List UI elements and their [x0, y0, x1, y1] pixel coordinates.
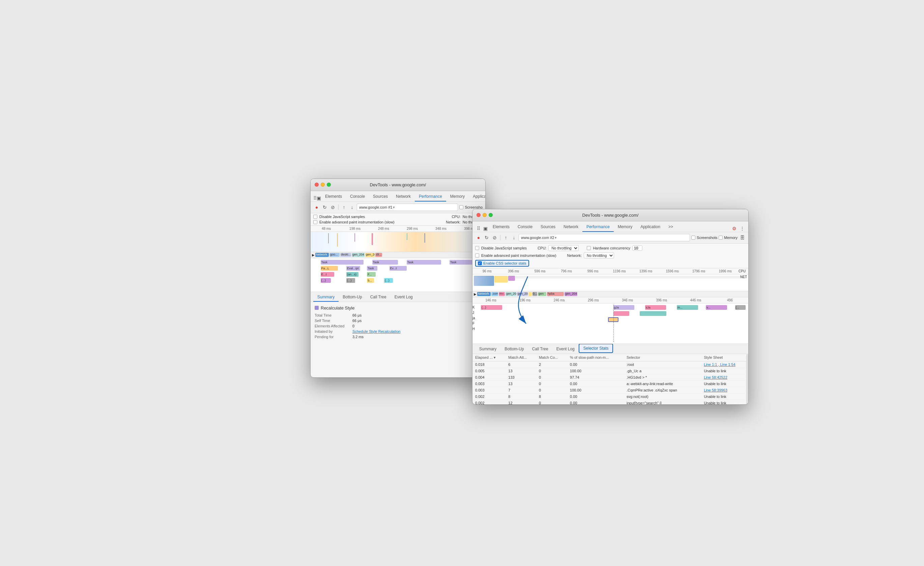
tab-bottom-up-1[interactable]: Bottom-Up: [339, 293, 366, 302]
screenshot-checkbox-1[interactable]: [459, 205, 464, 209]
tab-bottom-up-2[interactable]: Bottom-Up: [501, 345, 528, 354]
table-row[interactable]: 0.0031300.00a:-webkit-any-link:read-writ…: [472, 380, 748, 387]
minimize-button-2[interactable]: [483, 213, 487, 217]
flame-block-pal[interactable]: Pa...L: [321, 266, 338, 271]
flame-block-ans[interactable]: (an...s): [346, 272, 358, 277]
close-button-2[interactable]: [477, 213, 480, 217]
tab-elements-2[interactable]: Elements: [489, 223, 514, 232]
schedule-style-recalculation-link[interactable]: Schedule Style Recalculation: [352, 330, 481, 333]
tab-elements-1[interactable]: Elements: [321, 192, 346, 202]
hw-concurrency-input-2[interactable]: [632, 245, 642, 251]
storage-icon-2[interactable]: 🗄: [739, 234, 746, 241]
maximize-button-1[interactable]: [327, 182, 331, 187]
cpu-select-2[interactable]: No throttling: [548, 245, 579, 251]
memory-checkbox-2[interactable]: [718, 236, 723, 239]
tab-console-1[interactable]: Console: [346, 192, 369, 202]
inspect-icon-1[interactable]: ▣: [316, 195, 321, 202]
screenshots-checkbox-2[interactable]: [692, 236, 695, 239]
tab-event-log-2[interactable]: Event Log: [552, 345, 579, 354]
tab-memory-1[interactable]: Memory: [446, 192, 469, 202]
css-selector-stats-checkbox[interactable]: ✓ Enable CSS selector stats: [475, 260, 529, 266]
inspect-icon-2[interactable]: ▣: [482, 225, 489, 232]
flame-block-paren1[interactable]: (...): [321, 278, 331, 283]
hw-concurrency-checkbox-2[interactable]: [587, 246, 591, 250]
tab-performance-1[interactable]: Performance: [415, 192, 446, 202]
maximize-button-2[interactable]: [489, 213, 493, 217]
w2-flame-v[interactable]: v...: [706, 305, 727, 310]
reload-icon-1[interactable]: ↻: [321, 204, 328, 211]
record-icon-1[interactable]: ●: [313, 204, 320, 211]
tab-application-1[interactable]: Application: [469, 192, 486, 202]
w2-flame-m[interactable]: m...: [677, 305, 698, 310]
tab-sources-1[interactable]: Sources: [369, 192, 392, 202]
w2-flame-gja[interactable]: gJa: [614, 305, 634, 310]
style-sheet-link[interactable]: Line 1:1 , Line 1:54: [704, 363, 735, 367]
advanced-paint-checkbox-1[interactable]: [313, 220, 317, 224]
download-icon-1[interactable]: ↓: [349, 204, 356, 211]
style-sheet-link[interactable]: Line 58:42522: [704, 375, 728, 379]
flame-block-evt[interactable]: Ev...t: [390, 266, 407, 271]
table-row[interactable]: 0.00370100.00.CqmPRe:active .oXqZxc span…: [472, 387, 748, 393]
tab-network-2[interactable]: Network: [560, 223, 582, 232]
col-pct-slow[interactable]: % of slow-path non-m...: [567, 354, 624, 361]
network-select-2[interactable]: No throttling: [584, 253, 614, 259]
disable-js-checkbox-1[interactable]: [313, 215, 317, 219]
clear-icon-2[interactable]: ⊘: [491, 234, 498, 241]
url-bar-2[interactable]: www.google.com #2 ▾: [519, 234, 690, 241]
col-elapsed[interactable]: Elapsed ... ▾: [472, 354, 506, 361]
w2-flame-paren2[interactable]: (...: [735, 305, 746, 310]
col-selector[interactable]: Selector: [624, 354, 701, 361]
minimize-button-1[interactable]: [321, 182, 325, 187]
flame-block-f[interactable]: F...: [367, 272, 376, 277]
url-bar-1[interactable]: www.google.com #1 ▾: [357, 203, 458, 211]
style-sheet-link[interactable]: Line 58:39963: [704, 388, 728, 392]
w2-flame-row2-2[interactable]: [640, 311, 666, 316]
tab-summary-1[interactable]: Summary: [313, 293, 339, 302]
col-style-sheet[interactable]: Style Sheet: [701, 354, 748, 361]
flame-block-paren3[interactable]: (...): [384, 278, 393, 283]
disable-js-checkbox-2[interactable]: [475, 246, 479, 250]
devtools-icon-1[interactable]: ⠿: [313, 195, 316, 202]
more-icon-2[interactable]: ⋮: [739, 225, 746, 232]
tab-more-2[interactable]: >>: [664, 223, 677, 232]
devtools-icon-2[interactable]: ⠿: [475, 225, 482, 232]
tab-call-tree-1[interactable]: Call Tree: [366, 293, 390, 302]
w2-flame-sja[interactable]: sJa: [645, 305, 666, 310]
w2-flame-row2-1[interactable]: [614, 311, 629, 316]
flame-block-paren2[interactable]: (...): [346, 278, 355, 283]
flame-block-e[interactable]: E...t: [321, 272, 334, 277]
flame-block-task3[interactable]: Task: [407, 260, 441, 265]
close-button-1[interactable]: [315, 182, 319, 187]
col-match-co[interactable]: Match Co...: [536, 354, 567, 361]
table-row[interactable]: 0.005130100.00.gb_Uc aUnable to link: [472, 367, 748, 374]
scrollbar[interactable]: [746, 354, 748, 405]
flame-block-task2[interactable]: Task: [372, 260, 398, 265]
tab-sources-2[interactable]: Sources: [537, 223, 560, 232]
flame-block-task-inner[interactable]: Task: [367, 266, 377, 271]
advanced-paint-checkbox-2[interactable]: [475, 253, 479, 257]
flame-block-eval[interactable]: Eval...ipt: [346, 266, 360, 271]
tab-performance-2[interactable]: Performance: [582, 223, 614, 232]
w2-flame-paren1[interactable]: (...): [481, 305, 502, 310]
reload-icon-2[interactable]: ↻: [483, 234, 490, 241]
record-icon-2[interactable]: ●: [475, 234, 482, 241]
tab-network-1[interactable]: Network: [392, 192, 415, 202]
table-row[interactable]: 0.0021200.00input[type="search" i]Unable…: [472, 400, 748, 405]
flame-block-task1[interactable]: Task: [321, 260, 364, 265]
table-row[interactable]: 0.004133097.74.HG1dvd > *Line 58:42522: [472, 374, 748, 380]
table-row[interactable]: 0.018620.00:rootLine 1:1 , Line 1:54: [472, 361, 748, 367]
tab-application-2[interactable]: Application: [636, 223, 664, 232]
upload-icon-2[interactable]: ↑: [502, 234, 509, 241]
upload-icon-1[interactable]: ↑: [340, 204, 347, 211]
tab-summary-2[interactable]: Summary: [475, 345, 501, 354]
tab-call-tree-2[interactable]: Call Tree: [528, 345, 552, 354]
clear-icon-1[interactable]: ⊘: [330, 204, 336, 211]
download-icon-2[interactable]: ↓: [510, 234, 517, 241]
tab-memory-2[interactable]: Memory: [614, 223, 636, 232]
flame-block-b[interactable]: b...: [367, 278, 374, 283]
flame-block-task4[interactable]: Task: [450, 260, 476, 265]
tab-event-log-1[interactable]: Event Log: [390, 293, 417, 302]
col-match-att[interactable]: Match Att...: [506, 354, 536, 361]
tab-console-2[interactable]: Console: [514, 223, 537, 232]
table-row[interactable]: 0.002880.00svg:not(:root)Unable to link: [472, 393, 748, 400]
